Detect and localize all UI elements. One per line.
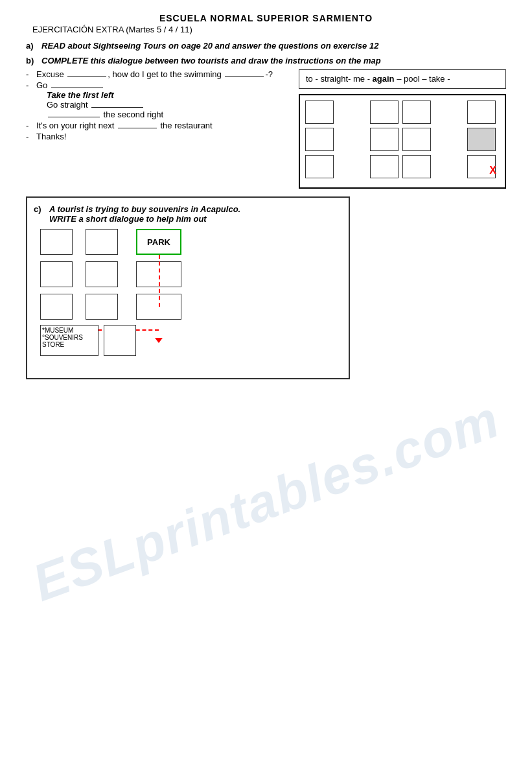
park-label: PARK: [147, 237, 170, 247]
block-c-3-1: [40, 294, 73, 320]
section-c: c) A tourist is trying to buy souvenirs …: [26, 196, 350, 379]
section-a-text: READ about Sightseeing Tours on oage 20 …: [41, 41, 378, 51]
dash-2: -: [26, 80, 32, 90]
museum-line3: STORE: [42, 341, 97, 348]
cell-3-4: [402, 155, 431, 178]
dash-1: -: [26, 69, 32, 79]
exercise-subtitle: EJERCITACIÓN EXTRA (Martes 5 / 4 / 11): [32, 25, 506, 34]
block-c-3-2: [86, 294, 118, 320]
block-c-2-2: [86, 261, 118, 287]
dashed-v: [159, 255, 160, 307]
cell-3-3: [370, 155, 399, 178]
blank-excuse[interactable]: [67, 77, 106, 77]
go-block: Go Take the first left Go straight the s…: [36, 80, 163, 119]
dialogue-line-2: - Go Take the first left Go straight the…: [26, 80, 292, 119]
section-a-letter: a): [26, 41, 38, 51]
word-bank-text: to - straight- me - again – pool – take …: [306, 74, 450, 84]
arrow-down: [155, 338, 163, 343]
cell-1-5: [435, 101, 463, 124]
cell-1-4: [402, 101, 431, 124]
cell-2-6: [467, 128, 496, 151]
cell-2-1: [305, 128, 334, 151]
map-row-2: [305, 128, 500, 151]
section-c-text: A tourist is trying to buy souvenirs in …: [49, 204, 240, 224]
thanks-text: Thanks!: [36, 132, 66, 141]
cell-2-4: [402, 128, 431, 151]
cell-3-2: [338, 155, 366, 178]
block-c-1-2: [86, 229, 118, 255]
x-mark: X: [489, 165, 496, 176]
cell-1-2: [338, 101, 366, 124]
blank-second[interactable]: [48, 117, 100, 117]
block-c-1-1: [40, 229, 73, 255]
cell-3-1: [305, 155, 334, 178]
museum-block: *MUSEUM °SOUVENIRS STORE: [40, 325, 98, 356]
section-b-letter: b): [26, 56, 38, 65]
section-c-header: c) A tourist is trying to buy souvenirs …: [34, 204, 342, 224]
school-title: ESCUELA NORMAL SUPERIOR SARMIENTO: [26, 13, 506, 23]
dash-4: -: [26, 132, 32, 141]
museum-line2: °SOUVENIRS: [42, 334, 97, 341]
cell-1-3: [370, 101, 399, 124]
blank-go[interactable]: [51, 88, 103, 88]
block-c-2-1: [40, 261, 73, 287]
section-b-header: b) COMPLETE this dialogue between two to…: [26, 56, 506, 65]
second-right-line: the second right: [47, 110, 163, 119]
watermark: ESLprintables.com: [25, 389, 507, 613]
section-c-line2: WRITE a short dialogue to help him out: [49, 214, 240, 224]
blank-straight[interactable]: [91, 107, 143, 108]
cell-2-2: [338, 128, 366, 151]
dialogue-box: - Excuse , how do I get to the swimming …: [26, 69, 292, 189]
cell-2-5: [435, 128, 463, 151]
dash-3: -: [26, 121, 32, 130]
map-grid-b: X: [299, 94, 506, 189]
take-first-left: Take the first left: [47, 90, 163, 100]
word-bank-box: to - straight- me - again – pool – take …: [299, 69, 506, 89]
section-c-wrapper: c) A tourist is trying to buy souvenirs …: [26, 196, 506, 379]
right-panel: to - straight- me - again – pool – take …: [299, 69, 506, 189]
dialogue-line-3: - It's on your right next the restaurant: [26, 121, 292, 130]
go-line: Go: [36, 80, 163, 90]
dialogue-line-1: - Excuse , how do I get to the swimming …: [26, 69, 292, 79]
section-b-text: COMPLETE this dialogue between two touri…: [41, 56, 381, 65]
blank-next[interactable]: [118, 128, 157, 128]
page: ESCUELA NORMAL SUPERIOR SARMIENTO EJERCI…: [0, 0, 532, 758]
right-next-text: It's on your right next the restaurant: [36, 121, 213, 130]
cell-1-6: [467, 101, 496, 124]
cell-2-3: [370, 128, 399, 151]
section-a: a) READ about Sightseeing Tours on oage …: [26, 41, 506, 51]
cell-3-6: X: [467, 155, 496, 178]
park-block: PARK: [136, 229, 181, 255]
map-row-3: X: [305, 155, 500, 178]
map-row-1: [305, 101, 500, 124]
dialogue-line-4: - Thanks!: [26, 132, 292, 141]
museum-line1: *MUSEUM: [42, 327, 97, 334]
block-museum-right: [104, 325, 136, 356]
section-b-content: - Excuse , how do I get to the swimming …: [26, 69, 506, 189]
cell-1-1: [305, 101, 334, 124]
excuse-text: Excuse , how do I get to the swimming -?: [36, 69, 273, 79]
section-c-letter: c): [34, 204, 45, 214]
section-c-line1: A tourist is trying to buy souvenirs in …: [49, 204, 240, 214]
go-straight-line: Go straight: [47, 100, 163, 110]
map-c: PARK *MUSEUM °SOUVENIRS STORE: [34, 229, 312, 372]
blank-swimming[interactable]: [225, 77, 264, 77]
cell-3-5: [435, 155, 463, 178]
